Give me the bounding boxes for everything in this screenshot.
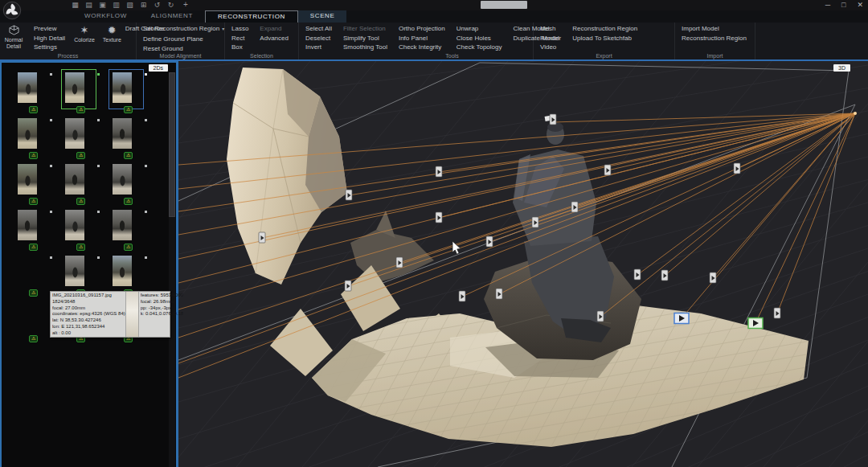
ribbon-item[interactable]: Unwrap [457, 24, 502, 34]
photo-thumbnail[interactable] [18, 72, 37, 103]
camera-marker[interactable] [396, 257, 403, 268]
photo-thumbnail-cell[interactable]: ⚠ [60, 115, 108, 161]
ribbon-item[interactable]: Reconstruction Region [682, 34, 747, 43]
ribbon-item[interactable]: Select All [305, 24, 332, 34]
camera-marker[interactable] [634, 269, 641, 280]
ribbon-item[interactable]: Preview [34, 24, 65, 34]
ribbon-item[interactable]: Lasso [231, 24, 248, 34]
ribbon-item[interactable]: Check Integrity [399, 43, 445, 52]
photo-thumbnail-cell[interactable]: ⚠ [13, 69, 60, 115]
photo-thumbnail-cell[interactable]: ⚠ [108, 69, 155, 115]
photo-thumbnail[interactable] [113, 72, 132, 103]
camera-marker-selected-green[interactable] [748, 318, 763, 329]
quick-access-icon[interactable]: ▥ [112, 1, 121, 10]
ribbon-item[interactable]: Box [231, 43, 248, 52]
quick-access-icon[interactable]: ▧ [125, 1, 134, 10]
photo-thumbnail[interactable] [18, 301, 37, 332]
panel-tab-2ds[interactable]: 2Ds [149, 64, 168, 72]
colorize-button[interactable]: ✶ Colorize [70, 23, 99, 52]
photo-thumbnail[interactable] [113, 210, 132, 240]
camera-marker[interactable] [346, 190, 352, 200]
photo-thumbnail-cell[interactable]: ⚠ [108, 115, 155, 161]
photo-thumbnail[interactable] [65, 164, 84, 195]
photo-thumbnail[interactable] [18, 164, 37, 195]
ribbon-item[interactable]: Simplify Tool [343, 34, 387, 43]
camera-marker[interactable] [436, 212, 442, 223]
photo-thumbnail-cell[interactable]: ⚠ [13, 207, 60, 252]
ribbon-tab[interactable]: WORKFLOW [72, 10, 139, 23]
camera-marker[interactable] [734, 163, 740, 174]
ribbon-item[interactable]: Reconstruction Region [572, 24, 637, 34]
camera-marker[interactable] [774, 308, 780, 318]
photo-thumbnail-cell[interactable]: ⚠ [60, 161, 108, 207]
photo-thumbnail[interactable] [18, 210, 37, 240]
camera-marker[interactable] [604, 165, 611, 175]
ribbon-item[interactable]: Info Panel [399, 34, 445, 43]
app-logo-icon[interactable] [2, 1, 22, 20]
ribbon-item[interactable]: Define Ground Plane [143, 35, 224, 45]
ribbon-tab[interactable]: SCENE [298, 10, 347, 23]
ribbon-item[interactable]: Filter Selection [343, 24, 387, 34]
texture-button[interactable]: ✹ Texture [99, 23, 125, 52]
panel-scrollbar-thumb[interactable] [169, 72, 175, 217]
photo-thumbnail-cell[interactable]: ⚠ [60, 207, 108, 252]
camera-marker-selected-blue[interactable] [674, 313, 689, 324]
quick-access-icon[interactable]: ▦ [71, 1, 80, 10]
photo-thumbnail-cell[interactable]: ⚠ [13, 115, 60, 161]
camera-marker[interactable] [459, 291, 465, 301]
ribbon-item[interactable]: Deselect [305, 34, 332, 43]
camera-marker[interactable] [496, 289, 502, 299]
maximize-button[interactable]: □ [841, 0, 845, 10]
quick-access-icon[interactable]: ↺ [153, 1, 162, 10]
camera-marker[interactable] [661, 270, 668, 281]
photo-thumbnail[interactable] [65, 118, 84, 149]
photo-thumbnail[interactable] [18, 256, 37, 286]
quick-access-icon[interactable]: ▤ [84, 1, 93, 10]
camera-marker[interactable] [597, 311, 604, 322]
viewport-3d-scene[interactable] [178, 61, 868, 467]
photo-thumbnail-cell[interactable]: ⚠ [13, 161, 60, 207]
close-button[interactable]: ✕ [857, 0, 863, 10]
ribbon-item[interactable]: Settings [34, 43, 65, 52]
photo-thumbnail[interactable] [113, 164, 132, 195]
normal-detail-button[interactable]: Normal Detail [0, 23, 27, 52]
ribbon-item[interactable]: Upload To Sketchfab [572, 34, 637, 43]
photo-thumbnail-cell[interactable]: ⚠ [60, 69, 108, 115]
camera-marker[interactable] [486, 236, 493, 247]
camera-marker[interactable] [259, 232, 265, 243]
photo-thumbnail-cell[interactable]: ⚠ [108, 161, 155, 207]
ribbon-item[interactable]: Render [540, 34, 561, 43]
photo-thumbnail[interactable] [18, 118, 37, 149]
ribbon-item[interactable]: Mesh [540, 24, 561, 34]
camera-marker[interactable] [436, 166, 442, 177]
camera-marker[interactable] [571, 202, 578, 212]
photo-thumbnail[interactable] [113, 118, 132, 149]
ribbon-item[interactable]: Close Holes [457, 34, 502, 43]
quick-access-icon[interactable]: ↻ [166, 1, 175, 10]
camera-marker[interactable] [532, 217, 538, 227]
ribbon-item[interactable]: Invert [305, 43, 332, 52]
ribbon-item[interactable]: Set Reconstruction Region▾ [143, 24, 224, 35]
minimize-button[interactable]: ─ [825, 0, 830, 10]
photo-thumbnail[interactable] [65, 256, 84, 286]
photo-thumbnail[interactable] [113, 256, 132, 286]
add-view-button[interactable]: + [183, 0, 188, 9]
viewport-3d[interactable]: 3D [178, 61, 868, 467]
quick-access-icon[interactable]: ⊞ [139, 1, 148, 10]
camera-marker[interactable] [710, 272, 716, 283]
ribbon-item[interactable]: Ortho Projection [399, 24, 445, 34]
ribbon-item[interactable]: High Detail [34, 34, 65, 43]
ribbon-tab[interactable]: ALIGNMENT [139, 10, 205, 23]
wall-mesh-fragment[interactable] [227, 68, 347, 285]
ribbon-item[interactable]: Check Topology [457, 43, 502, 52]
ribbon-item[interactable]: Import Model [682, 24, 747, 34]
ribbon-tab[interactable]: RECONSTRUCTION [205, 10, 298, 23]
camera-marker[interactable] [345, 281, 351, 291]
ribbon-item[interactable]: Rect [231, 34, 248, 43]
ribbon-item[interactable]: Smoothing Tool [343, 43, 387, 52]
photo-thumbnail-cell[interactable]: ⚠ [108, 207, 155, 252]
photo-thumbnail[interactable] [65, 210, 84, 240]
quick-access-icon[interactable]: ▣ [98, 1, 107, 10]
ribbon-item[interactable]: Video [540, 43, 561, 52]
ribbon-item[interactable]: Advanced [260, 34, 289, 43]
